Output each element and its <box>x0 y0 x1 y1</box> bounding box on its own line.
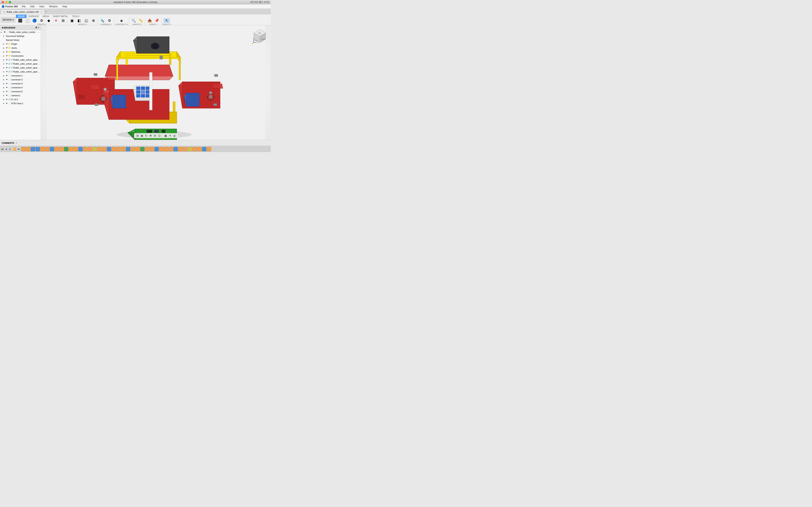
tree-item-named-views[interactable]: Named Views <box>0 38 41 42</box>
tl-item-31[interactable] <box>164 147 168 151</box>
tl-item-33[interactable] <box>173 147 178 151</box>
maximize-window-btn[interactable] <box>9 1 11 3</box>
tl-item-23[interactable] <box>126 147 130 151</box>
tl-item-12[interactable] <box>73 147 78 151</box>
tl-item-1[interactable] <box>21 147 26 151</box>
tl-item-35[interactable] <box>183 147 187 151</box>
tl-item-37[interactable] <box>193 147 197 151</box>
model-canvas[interactable]: TOP LEFT RIGHT X Z Y ⊞ ◉ ↻ ✥ ⊕ <box>41 25 271 140</box>
tree-item-v1v3[interactable]: ▶ 👁 🔗 V1 v3:1 <box>0 98 41 101</box>
tl-item-29[interactable] <box>154 147 159 151</box>
tl-item-34[interactable] <box>178 147 183 151</box>
close-window-btn[interactable] <box>2 1 4 3</box>
tl-item-11[interactable] <box>69 147 73 151</box>
view-cube[interactable]: TOP LEFT RIGHT X Z Y <box>252 29 268 44</box>
window-controls[interactable] <box>2 1 11 3</box>
tab-tools[interactable]: TOOLS <box>70 15 81 18</box>
browser-plus-icon[interactable]: + <box>38 26 39 29</box>
tl-item-27[interactable] <box>145 147 149 151</box>
tl-item-5[interactable] <box>40 147 45 151</box>
tl-item-22[interactable] <box>121 147 125 151</box>
timeline-play-btn[interactable]: ⏵ <box>9 147 12 151</box>
menu-view[interactable]: View <box>39 5 45 8</box>
modify-btn-press-pull[interactable]: ▣ <box>69 18 75 23</box>
tl-item-32[interactable] <box>169 147 173 151</box>
create-btn-revolve[interactable]: 🔵 <box>31 18 38 23</box>
tree-item-pcbcase[interactable]: ▶ 👁 📄 PCB Case:1 <box>0 101 41 105</box>
create-btn-more[interactable]: ⊞ <box>60 18 66 23</box>
tree-item-camera1[interactable]: ▶ 👁 📄 camera:1 <box>0 94 41 98</box>
tl-item-18[interactable] <box>102 147 106 151</box>
insert-btn-decal[interactable]: 📥 <box>147 18 153 23</box>
tree-item-construction[interactable]: ▶ 👁 📁 Construction <box>0 54 41 58</box>
tab-solid[interactable]: SOLID <box>16 15 27 18</box>
document-tab[interactable]: 🔧 Rubik_cube_solver_combine v40 ✕ <box>1 9 44 14</box>
tree-item-sketches[interactable]: ▶ 👁 📁 Sketches <box>0 50 41 54</box>
modify-btn-move[interactable]: ⊕ <box>90 18 97 23</box>
timeline-next-btn[interactable]: ⏩ <box>13 147 16 151</box>
design-dropdown[interactable]: DESIGN ▾ <box>1 17 15 22</box>
tree-item-rubik-part-3[interactable]: ▶ 👁 🔗 🔗 Rubik_cube_solver_apart '... <box>0 66 41 70</box>
create-btn-delete[interactable]: ✕ <box>53 18 59 23</box>
menu-window[interactable]: Window <box>48 5 58 8</box>
tl-item-39[interactable] <box>202 147 206 151</box>
tl-item-10[interactable] <box>64 147 68 151</box>
tl-item-13[interactable] <box>78 147 83 151</box>
comments-expand-btn[interactable]: + <box>16 142 17 144</box>
menu-file[interactable]: File <box>21 5 27 8</box>
tab-surface[interactable]: SURFACE <box>27 15 41 18</box>
effects-btn[interactable]: ◈ <box>173 134 176 137</box>
fit-view-btn[interactable]: ⊡ <box>158 134 161 137</box>
tl-item-4[interactable] <box>36 147 40 151</box>
visual-style-btn[interactable]: ▣ <box>164 134 167 137</box>
modify-btn-fillet[interactable]: ◧ <box>76 18 82 23</box>
tab-close-btn[interactable]: ✕ <box>41 11 42 13</box>
create-btn-coil[interactable]: ⚙ <box>39 18 45 23</box>
inspect-btn-section[interactable]: 📏 <box>138 18 144 23</box>
menu-help[interactable]: Help <box>61 5 68 8</box>
tl-item-6[interactable] <box>45 147 49 151</box>
tl-item-30[interactable] <box>159 147 163 151</box>
3d-viewport[interactable]: TOP LEFT RIGHT X Z Y ⊞ ◉ ↻ ✥ ⊕ <box>41 25 271 140</box>
env-btn[interactable]: ☀ <box>168 134 172 137</box>
browser-settings-icon[interactable]: ⚙ <box>35 26 37 29</box>
timeline-prev-btn[interactable]: ⏴ <box>5 147 8 151</box>
modify-btn-chamfer[interactable]: ◱ <box>83 18 89 23</box>
tl-item-40[interactable] <box>207 147 211 151</box>
tl-item-14[interactable] <box>83 147 88 151</box>
assemble-btn-new-component[interactable]: 🔩 <box>99 18 105 23</box>
assemble-btn-joint[interactable]: ⚙ <box>106 18 113 23</box>
tl-item-24[interactable] <box>131 147 135 151</box>
tree-item-rubik-part-1[interactable]: ▶ 👁 🔗 🔗 Rubik_cube_solver_apart '... <box>0 58 41 62</box>
tl-item-2[interactable] <box>26 147 30 151</box>
menu-edit[interactable]: Edit <box>30 5 35 8</box>
pan-btn[interactable]: ✥ <box>149 134 152 137</box>
tl-item-20[interactable] <box>112 147 116 151</box>
tl-item-21[interactable] <box>116 147 121 151</box>
tree-item-rubik-part-2[interactable]: ▶ 👁 🔗 🔗 Rubik_cube_solver_apart '... <box>0 62 41 66</box>
timeline-first-btn[interactable]: ⏮ <box>1 147 4 151</box>
tree-item-connector4[interactable]: ▶ 👁 📄 connector:4 <box>0 86 41 90</box>
create-btn-loft[interactable]: ◆ <box>46 18 52 23</box>
browser-root-item[interactable]: ▶ 👁 📄 Rubik_cube_solver_combin... … <box>0 30 41 34</box>
tl-item-3[interactable] <box>31 147 35 151</box>
select-btn[interactable]: ↖ <box>163 18 170 23</box>
tree-item-connector3[interactable]: ▶ 👁 📄 connector:3 <box>0 81 41 86</box>
tab-mesh[interactable]: MESH <box>41 15 51 18</box>
insert-btn-canvas[interactable]: 📌 <box>154 18 160 23</box>
timeline-last-btn[interactable]: ⏭ <box>17 147 20 151</box>
tree-item-origin[interactable]: ▶ 👁 📁 Origin <box>0 42 41 46</box>
create-btn-sketch[interactable]: ⬛ <box>17 18 23 23</box>
tl-item-17[interactable] <box>97 147 102 151</box>
tree-item-joints[interactable]: ▶ 👁 📁 Joints <box>0 46 41 50</box>
orbit-btn[interactable]: ↻ <box>145 134 148 137</box>
tl-item-8[interactable] <box>54 147 59 151</box>
tl-item-16[interactable] <box>93 147 97 151</box>
tree-item-connector1[interactable]: ▶ 👁 📄 connector:1 <box>0 74 41 78</box>
tl-item-9[interactable] <box>59 147 64 151</box>
zoom-btn[interactable]: ⊕ <box>153 134 157 137</box>
tl-item-28[interactable] <box>150 147 154 151</box>
root-more-icon[interactable]: … <box>38 31 40 33</box>
tl-item-7[interactable] <box>50 147 54 151</box>
display-settings-btn[interactable]: ◉ <box>140 134 144 137</box>
